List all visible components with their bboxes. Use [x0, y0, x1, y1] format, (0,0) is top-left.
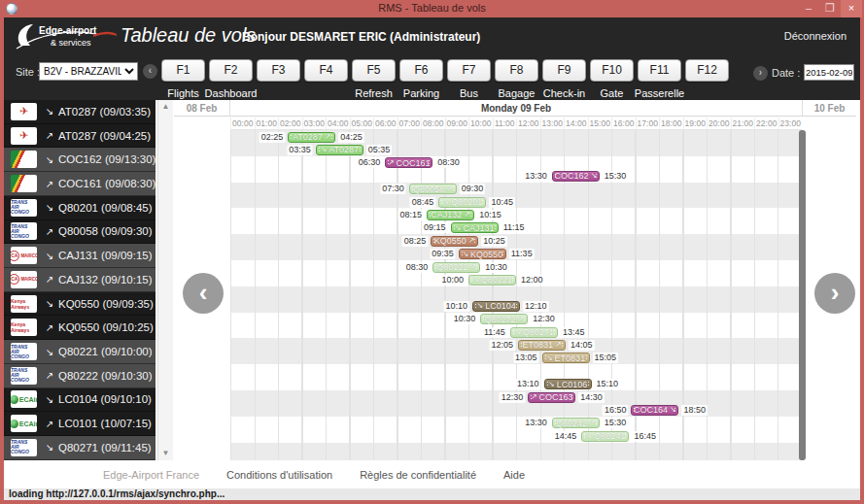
fkey-button-f1[interactable]: F1: [161, 59, 205, 82]
departure-arrow-icon: ↗: [43, 419, 56, 429]
fkey-button-f10[interactable]: F10: [590, 59, 634, 82]
fkey-button-f4[interactable]: F4: [304, 59, 348, 82]
sidebar-flight-row[interactable]: TRANS AIR CONGO↗Q80058 (09/09:30): [4, 220, 156, 245]
tac-logo-text: TRANS AIR CONGO: [11, 440, 37, 454]
svg-text:Edge-airport: Edge-airport: [39, 25, 97, 36]
ecair-logo-text: ECAir: [19, 420, 37, 427]
hour-tick-label: 21:00: [731, 118, 755, 130]
sidebar-scrollbar[interactable]: ▲ ▼: [157, 100, 173, 460]
sidebar-flight-row[interactable]: TRANS AIR CONGO↘Q80221 (09/10:00): [4, 340, 156, 364]
start-time-label: 13:05: [513, 353, 539, 363]
flight-bar-kq0550[interactable]: KQ0550↗: [431, 236, 478, 247]
footer-link[interactable]: Edge-Airport France: [103, 469, 199, 481]
fkey-button-f8[interactable]: F8: [495, 59, 538, 82]
flight-bar-q80271[interactable]: ↘Q80271: [510, 327, 558, 338]
scroll-down-icon[interactable]: ▼: [158, 447, 173, 460]
logout-link[interactable]: Déconnexion: [784, 30, 847, 42]
flight-bar-label: Q80241: [594, 431, 625, 441]
fkey-button-f7[interactable]: F7: [447, 59, 491, 82]
flight-bar-kq0550[interactable]: ↘KQ0550: [459, 249, 506, 259]
flight-label: Q80201 (09/08:45): [58, 202, 153, 214]
fkey-button-f3[interactable]: F3: [257, 59, 300, 82]
fkey-button-f5[interactable]: F5: [352, 59, 396, 82]
fkey-button-f9[interactable]: F9: [542, 59, 586, 82]
previous-day-header[interactable]: 08 Feb: [174, 100, 230, 117]
end-time-label: 13:45: [561, 327, 587, 338]
start-time-label: 16:50: [603, 405, 629, 416]
flight-bar-q80221[interactable]: ↘Q80221: [468, 275, 516, 286]
hour-tick-label: 10:00: [468, 118, 493, 130]
flight-bar-coc164[interactable]: COC164↘: [631, 405, 678, 416]
fkey-button-f2[interactable]: F2: [209, 59, 253, 82]
scroll-right-button[interactable]: ›: [814, 273, 855, 314]
footer-link[interactable]: Aide: [503, 469, 525, 481]
sidebar-flight-row[interactable]: Kenya Airways↘KQ0550 (09/09:35): [4, 292, 156, 317]
end-time-label: 14:05: [569, 340, 595, 351]
sidebar-flight-row[interactable]: ECAir↘LC0104 (09/10:10): [4, 388, 156, 413]
timeline-scrollbar-thumb[interactable]: [799, 130, 806, 460]
fkey-button-f12[interactable]: F12: [685, 59, 729, 82]
flight-bar-q80201[interactable]: ↘Q80201: [438, 197, 486, 208]
flight-bar-q80242[interactable]: Q80242↗: [552, 418, 600, 428]
hour-tick-label: 13:00: [540, 118, 565, 130]
date-next-button[interactable]: ›: [753, 66, 768, 81]
flight-label: LC0104 (09/10:10): [58, 393, 152, 405]
caj-logo-circle: CA: [11, 274, 19, 285]
airline-logo-ecair: ECAir: [11, 415, 37, 432]
flight-bar-label: Q80242: [556, 419, 587, 428]
flight-bar-at0287[interactable]: ↘AT0287: [316, 145, 363, 155]
sidebar-flight-row[interactable]: ECAir↗LC0101 (10/07:15): [4, 412, 156, 436]
arrival-arrow-icon: ↘: [476, 302, 483, 310]
flight-bar-q80272[interactable]: Q80272↗: [480, 314, 528, 324]
site-prev-button[interactable]: ‹: [143, 64, 157, 79]
start-time-label: 08:25: [402, 236, 429, 247]
sidebar-flight-row[interactable]: ✈↘AT0287 (09/03:35): [4, 100, 156, 124]
flight-bar-lc0104[interactable]: ↘LC0104: [472, 301, 520, 312]
sidebar-flight-row[interactable]: ↘COC162 (09/13:30): [4, 148, 156, 172]
departure-arrow-icon: ↗: [325, 133, 331, 141]
sidebar-flight-row[interactable]: TRANS AIR CONGO↘Q80271 (09/11:45): [4, 436, 156, 460]
flight-bar-coc162[interactable]: COC162↘: [552, 171, 600, 182]
sidebar-flight-row[interactable]: TRANS AIR CONGO↗Q80222 (09/10:30): [4, 364, 156, 388]
grid-stripes: [230, 130, 802, 460]
maximize-button[interactable]: ❒: [819, 0, 841, 17]
airline-logo-ram: ✈: [11, 103, 37, 120]
sidebar-flight-row[interactable]: TRANS AIR CONGO↘Q80201 (09/08:45): [4, 196, 156, 220]
flight-bar-coc163[interactable]: ↗COC163: [528, 392, 575, 403]
flight-bar-q80058[interactable]: Q80058↗: [409, 184, 457, 194]
flight-bar-lc0106[interactable]: ↘LC0106: [544, 379, 592, 389]
sidebar-flight-row[interactable]: Kenya Airways↗KQ0550 (09/10:25): [4, 316, 156, 340]
end-time-label: 12:00: [519, 275, 545, 286]
flight-label: COC162 (09/13:30): [58, 153, 156, 165]
flight-bar-q80222[interactable]: Q80222↗: [432, 262, 480, 273]
flight-bar-coc161[interactable]: ↗COC161: [385, 157, 432, 168]
window-titlebar: RMS - Tableau de vols – ❒ ×: [0, 0, 864, 17]
scroll-left-button[interactable]: ‹: [183, 273, 224, 314]
sidebar-flight-row[interactable]: CAMAIRCO↗CAJ132 (09/10:15): [4, 268, 156, 292]
sidebar-flight-row[interactable]: ↗COC161 (09/08:30): [4, 172, 156, 196]
fkey-button-f11[interactable]: F11: [638, 59, 681, 82]
arrival-arrow-icon: ↘: [548, 381, 555, 388]
footer-link[interactable]: Règles de confidentialité: [360, 469, 476, 481]
hour-scale: 00:0001:0002:0003:0004:0005:0006:0007:00…: [230, 118, 802, 130]
minimize-button[interactable]: –: [798, 0, 819, 17]
flight-bar-caj131[interactable]: ↘CAJ131: [451, 222, 499, 233]
close-button[interactable]: ×: [841, 0, 862, 17]
flight-bar-et0831[interactable]: ↘ET0831: [542, 353, 590, 363]
date-input[interactable]: [804, 64, 854, 81]
fkey-button-f6[interactable]: F6: [399, 59, 443, 82]
flight-bar-caj132[interactable]: CAJ132↗: [427, 210, 474, 220]
flight-bar-at0287[interactable]: AT0287↗: [288, 132, 335, 143]
flight-bar-et0831[interactable]: ET0831↗: [518, 340, 566, 351]
flight-bar-q80241[interactable]: ↘Q80241: [581, 431, 629, 442]
scroll-up-icon[interactable]: ▲: [158, 100, 173, 114]
site-select[interactable]: B2V - BRAZZAVILLE: [39, 62, 138, 81]
fkey-column: F1Flights: [159, 59, 207, 99]
sidebar-flight-row[interactable]: CAMAIRCO↘CAJ131 (09/09:15): [4, 244, 156, 268]
footer-link[interactable]: Conditions d'utilisation: [226, 469, 332, 481]
next-day-header[interactable]: 10 Feb: [802, 100, 856, 117]
end-time-label: 15:30: [603, 418, 629, 428]
sidebar-flight-row[interactable]: ✈↗AT0287 (09/04:25): [4, 124, 156, 149]
start-time-label: 12:05: [490, 340, 516, 351]
arrival-arrow-icon: ↘: [514, 328, 521, 336]
